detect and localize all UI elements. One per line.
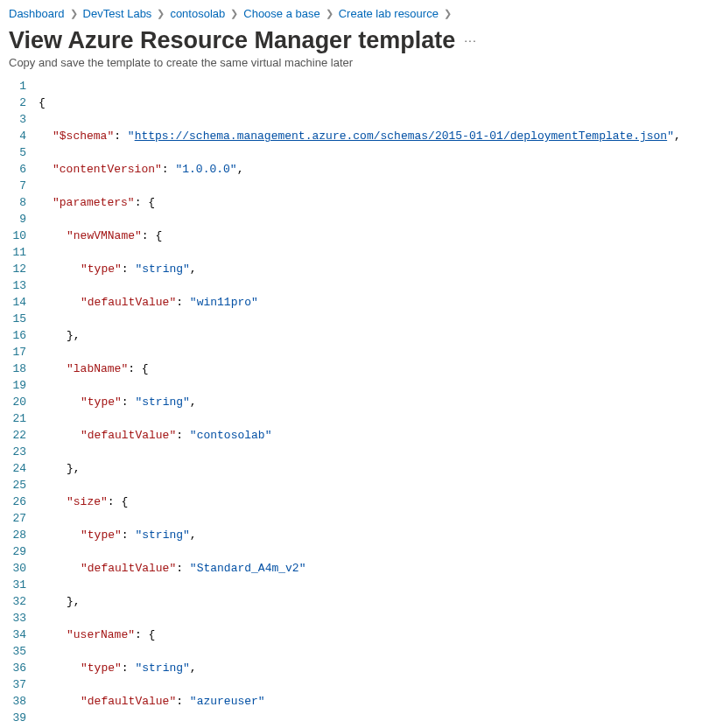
line-number: 17 <box>0 344 26 360</box>
line-number: 28 <box>0 527 26 543</box>
line-number: 11 <box>0 244 26 261</box>
line-number: 21 <box>0 410 26 427</box>
line-number-gutter: 1234567891011121314151617181920212223242… <box>0 78 39 728</box>
line-number: 10 <box>0 228 26 244</box>
line-number: 15 <box>0 311 26 327</box>
breadcrumb-create-lab-resource[interactable]: Create lab resource <box>339 7 439 20</box>
breadcrumb-devtest-labs[interactable]: DevTest Labs <box>83 7 152 20</box>
line-number: 22 <box>0 427 26 444</box>
line-number: 13 <box>0 277 26 294</box>
line-number: 23 <box>0 444 26 460</box>
line-number: 3 <box>0 111 26 128</box>
line-number: 2 <box>0 94 26 111</box>
line-number: 34 <box>0 626 26 643</box>
line-number: 25 <box>0 477 26 494</box>
code-editor[interactable]: 1234567891011121314151617181920212223242… <box>0 78 723 728</box>
page-title: View Azure Resource Manager template <box>9 27 455 54</box>
chevron-right-icon: ❯ <box>444 9 452 18</box>
line-number: 12 <box>0 261 26 277</box>
page-subtitle: Copy and save the template to create the… <box>0 54 723 78</box>
line-number: 24 <box>0 460 26 477</box>
line-number: 30 <box>0 560 26 577</box>
line-number: 1 <box>0 78 26 94</box>
breadcrumb-dashboard[interactable]: Dashboard <box>9 7 65 20</box>
line-number: 19 <box>0 377 26 394</box>
more-actions-button[interactable]: ··· <box>464 33 477 49</box>
line-number: 37 <box>0 676 26 693</box>
line-number: 39 <box>0 710 26 726</box>
line-number: 26 <box>0 494 26 510</box>
line-number: 16 <box>0 327 26 344</box>
breadcrumb: Dashboard ❯ DevTest Labs ❯ contosolab ❯ … <box>0 0 723 24</box>
line-number: 38 <box>0 693 26 710</box>
line-number: 4 <box>0 128 26 144</box>
line-number: 36 <box>0 660 26 676</box>
chevron-right-icon: ❯ <box>70 9 78 18</box>
breadcrumb-contosolab[interactable]: contosolab <box>170 7 225 20</box>
line-number: 18 <box>0 360 26 377</box>
line-number: 29 <box>0 543 26 560</box>
chevron-right-icon: ❯ <box>230 9 238 18</box>
chevron-right-icon: ❯ <box>157 9 165 18</box>
breadcrumb-choose-base[interactable]: Choose a base <box>243 7 319 20</box>
line-number: 31 <box>0 577 26 593</box>
line-number: 33 <box>0 610 26 626</box>
line-number: 6 <box>0 161 26 178</box>
line-number: 14 <box>0 294 26 311</box>
line-number: 5 <box>0 144 26 161</box>
line-number: 8 <box>0 194 26 211</box>
line-number: 7 <box>0 178 26 194</box>
line-number: 27 <box>0 510 26 527</box>
code-content[interactable]: { "$schema": "https://schema.management.… <box>39 78 723 728</box>
line-number: 32 <box>0 593 26 610</box>
line-number: 9 <box>0 211 26 228</box>
schema-link[interactable]: https://schema.management.azure.com/sche… <box>135 130 668 143</box>
line-number: 20 <box>0 394 26 410</box>
chevron-right-icon: ❯ <box>326 9 333 18</box>
line-number: 35 <box>0 643 26 660</box>
